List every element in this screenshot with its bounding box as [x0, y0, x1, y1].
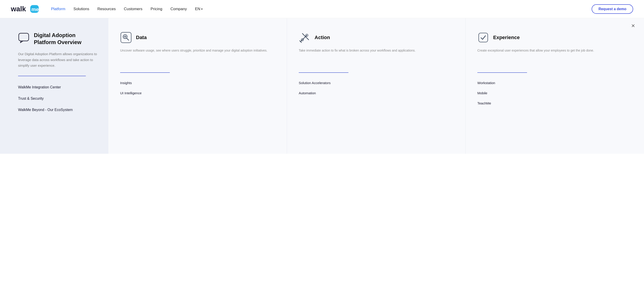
action-icon [299, 32, 310, 43]
svg-text:me: me [32, 6, 39, 12]
data-col-divider [120, 72, 170, 73]
link-insights[interactable]: Insights [120, 81, 278, 85]
logo[interactable]: walk me [11, 4, 40, 15]
nav-language[interactable]: EN ▾ [195, 7, 202, 11]
nav-solutions[interactable]: Solutions [74, 7, 89, 11]
nav-platform[interactable]: Platform [51, 7, 65, 11]
svg-line-7 [126, 38, 129, 40]
left-col-header: Digital Adoption Platform Overview [18, 32, 98, 46]
platform-dropdown: × Digital Adoption Platform Overview Our… [0, 18, 644, 154]
svg-text:walk: walk [11, 5, 26, 13]
nav-company[interactable]: Company [170, 7, 187, 11]
svg-rect-15 [479, 33, 488, 42]
link-integration-center[interactable]: WalkMe Integration Center [18, 85, 98, 89]
nav-links: Platform Solutions Resources Customers P… [51, 7, 592, 11]
navbar: walk me Platform Solutions Resources Cus… [0, 0, 644, 18]
dap-icon [18, 32, 30, 44]
experience-col-description: Create exceptional user experiences that… [477, 48, 635, 66]
link-walkme-beyond[interactable]: WalkMe Beyond - Our EcoSystem [18, 108, 98, 112]
data-col-header: Data [120, 32, 278, 43]
experience-col-header: Experience [477, 32, 635, 43]
nav-pricing[interactable]: Pricing [150, 7, 162, 11]
request-demo-button[interactable]: Request a demo [592, 4, 633, 14]
link-ui-intelligence[interactable]: UI Intelligence [120, 91, 278, 95]
chevron-down-icon: ▾ [201, 8, 202, 11]
action-col-description: Take immediate action to fix what is bro… [299, 48, 456, 66]
action-column: Action Take immediate action to fix what… [287, 18, 466, 154]
action-col-header: Action [299, 32, 456, 43]
nav-resources[interactable]: Resources [97, 7, 116, 11]
svg-rect-5 [121, 32, 131, 43]
action-col-divider [299, 72, 348, 73]
left-col-divider [18, 76, 86, 76]
left-col-description: Our Digital Adoption Platform allows org… [18, 51, 98, 69]
action-col-title: Action [314, 35, 330, 41]
link-workstation[interactable]: Workstation [477, 81, 635, 85]
right-columns: Data Uncover software usage, see where u… [108, 18, 644, 154]
svg-rect-4 [19, 33, 29, 41]
link-solution-accelerators[interactable]: Solution Accelerators [299, 81, 456, 85]
data-col-description: Uncover software usage, see where users … [120, 48, 278, 66]
experience-col-divider [477, 72, 527, 73]
left-column: Digital Adoption Platform Overview Our D… [0, 18, 108, 154]
left-col-links: WalkMe Integration Center Trust & Securi… [18, 85, 98, 112]
experience-icon [477, 32, 489, 43]
close-button[interactable]: × [631, 23, 635, 29]
experience-column: Experience Create exceptional user exper… [466, 18, 644, 154]
link-mobile[interactable]: Mobile [477, 91, 635, 95]
svg-marker-3 [30, 12, 33, 13]
data-icon [120, 32, 132, 43]
data-col-links: Insights UI Intelligence [120, 81, 278, 95]
data-col-title: Data [136, 35, 147, 41]
action-col-links: Solution Accelerators Automation [299, 81, 456, 95]
data-column: Data Uncover software usage, see where u… [108, 18, 287, 154]
nav-cta: Request a demo [592, 4, 633, 14]
nav-customers[interactable]: Customers [124, 7, 142, 11]
link-teachme[interactable]: TeachMe [477, 101, 635, 105]
link-trust-security[interactable]: Trust & Security [18, 97, 98, 101]
experience-col-title: Experience [493, 35, 520, 41]
link-automation[interactable]: Automation [299, 91, 456, 95]
left-col-title: Digital Adoption Platform Overview [34, 32, 98, 46]
experience-col-links: Workstation Mobile TeachMe [477, 81, 635, 105]
